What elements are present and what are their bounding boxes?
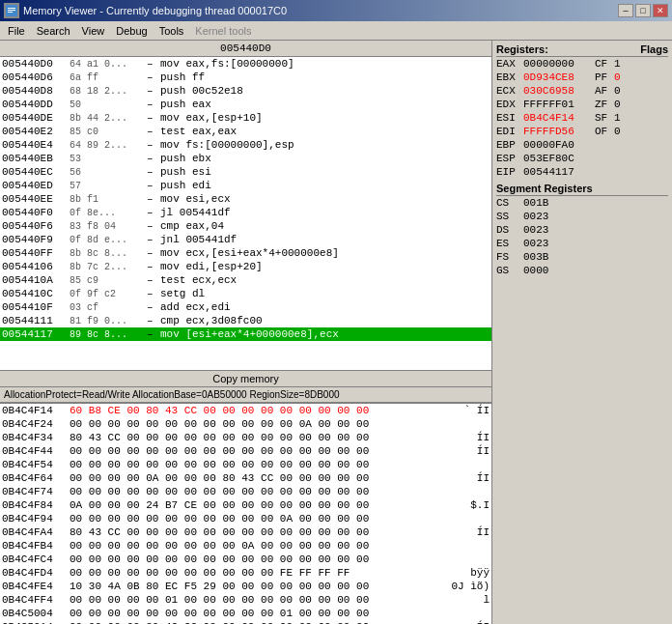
disasm-row[interactable]: 0054411789 8c 8... – mov [esi+eax*4+0000… <box>0 327 491 341</box>
disasm-row[interactable]: 005440EC56 – push esi <box>0 165 491 179</box>
mem-row[interactable]: 0B4C501400 00 00 00 80 43 CC 00 00 00 00… <box>0 620 491 624</box>
disasm-row[interactable]: 005440EB53 – push ebx <box>0 152 491 165</box>
seg-value: 0023 <box>523 238 548 249</box>
disasm-scroll[interactable]: 005440D064 a1 0... – mov eax,fs:[0000000… <box>0 57 491 370</box>
mem-row[interactable]: 0B4C4F1460 B8 CE 00 80 43 CC 00 00 00 00… <box>0 404 491 417</box>
reg-value[interactable]: 00544117 <box>523 166 591 178</box>
mem-bytes: 00 00 00 00 00 00 00 00 00 00 00 0A 00 0… <box>70 513 486 525</box>
disasm-bytes: 50 <box>70 99 147 110</box>
mem-row[interactable]: 0B4C4F6400 00 00 00 0A 00 00 00 80 43 CC… <box>0 471 491 485</box>
reg-value[interactable]: 00000000 <box>523 58 591 70</box>
register-row: EIP00544117 <box>496 165 668 179</box>
mem-ascii: bÿÿ <box>470 567 490 579</box>
mem-row[interactable]: 0B4C4F2400 00 00 00 00 00 00 00 00 00 00… <box>0 417 491 431</box>
reg-value[interactable]: FFFFFF01 <box>523 99 591 110</box>
reg-value[interactable]: 00000FA0 <box>523 139 591 151</box>
menu-file[interactable]: File <box>2 23 31 39</box>
reg-value[interactable]: 0D934CE8 <box>523 71 591 83</box>
disasm-row[interactable]: 005440ED57 – push edi <box>0 179 491 192</box>
mem-addr: 0B4C4F64 <box>2 472 70 484</box>
mem-row[interactable]: 0B4C4FB400 00 00 00 00 00 00 00 00 0A 00… <box>0 539 491 553</box>
reg-name: EDI <box>496 126 523 137</box>
close-button[interactable]: ✕ <box>653 4 668 17</box>
disasm-addr: 005440E2 <box>2 126 70 137</box>
flag-name: SF <box>595 112 614 124</box>
mem-bytes: 00 00 00 00 00 00 00 00 00 00 00 FE FF F… <box>70 567 466 579</box>
mem-addr: 0B4C4FE4 <box>2 581 70 592</box>
disasm-row[interactable]: 0054410F03 cf – add ecx,edi <box>0 300 491 314</box>
minimize-button[interactable]: – <box>618 4 633 17</box>
mem-row[interactable]: 0B4C4F3480 43 CC 00 00 00 00 00 00 00 00… <box>0 431 491 444</box>
menu-search[interactable]: Search <box>31 23 76 39</box>
flag-name: ZF <box>595 99 614 110</box>
disasm-row[interactable]: 005440F683 f8 04 – cmp eax,04 <box>0 219 491 233</box>
disasm-row[interactable]: 005440D868 18 2... – push 00c52e18 <box>0 84 491 98</box>
mem-row[interactable]: 0B4C4F5400 00 00 00 00 00 00 00 00 00 00… <box>0 458 491 471</box>
disasm-instr: mov fs:[00000000],esp <box>160 139 294 151</box>
disasm-row[interactable]: 0054410A85 c9 – test ecx,ecx <box>0 273 491 287</box>
disasm-addr: 00544111 <box>2 315 70 326</box>
mem-row[interactable]: 0B4C4FC400 00 00 00 00 00 00 00 00 00 00… <box>0 553 491 566</box>
flag-value: 0 <box>614 71 624 83</box>
memory-area[interactable]: 0B4C4F1460 B8 CE 00 80 43 CC 00 00 00 00… <box>0 402 491 624</box>
maximize-button[interactable]: □ <box>635 4 651 17</box>
mem-row[interactable]: 0B4C4FF400 00 00 00 00 01 00 00 00 00 00… <box>0 593 491 607</box>
disasm-row[interactable]: 005440E464 89 2... – mov fs:[00000000],e… <box>0 138 491 152</box>
disasm-row[interactable]: 005440DD50 – push eax <box>0 98 491 111</box>
window-controls: – □ ✕ <box>618 4 668 17</box>
disasm-row[interactable]: 005440FF8b 8c 8... – mov ecx,[esi+eax*4+… <box>0 246 491 260</box>
reg-name: ESI <box>496 112 523 124</box>
menu-debug[interactable]: Debug <box>110 23 153 39</box>
seg-value: 0023 <box>523 211 548 222</box>
mem-row[interactable]: 0B4C500400 00 00 00 00 00 00 00 00 00 00… <box>0 607 491 620</box>
disasm-instr: test ecx,ecx <box>160 274 237 286</box>
menu-tools[interactable]: Tools <box>154 23 190 39</box>
disasm-instr: mov esi,ecx <box>160 193 231 205</box>
seg-name: CS <box>496 197 523 209</box>
mem-row[interactable]: 0B4C4F7400 00 00 00 00 00 00 00 00 00 00… <box>0 485 491 498</box>
disasm-instr: jl 005441df <box>160 207 231 218</box>
disasm-row[interactable]: 005440EE8b f1 – mov esi,ecx <box>0 192 491 206</box>
register-row: ECX030C6958AF 0 <box>496 84 668 98</box>
mem-row[interactable]: 0B4C4FE410 30 4A 0B 80 EC F5 29 00 00 00… <box>0 580 491 593</box>
mem-row[interactable]: 0B4C4FD400 00 00 00 00 00 00 00 00 00 00… <box>0 566 491 580</box>
disasm-instr: push esi <box>160 166 211 178</box>
segment-row: ES0023 <box>496 237 668 250</box>
reg-value[interactable]: FFFFFD56 <box>523 126 591 137</box>
segment-header: Segment Registers <box>496 179 668 196</box>
disasm-addr: 005440EC <box>2 166 70 178</box>
disasm-instr: mov eax,fs:[00000000] <box>160 58 294 70</box>
mem-bytes: 00 00 00 00 00 00 00 00 00 00 00 00 00 0… <box>70 459 486 470</box>
reg-value[interactable]: 030C6958 <box>523 85 591 97</box>
menu-view[interactable]: View <box>76 23 111 39</box>
disasm-bytes: 0f 8e... <box>70 208 147 218</box>
reg-value[interactable]: 0B4C4F14 <box>523 112 591 124</box>
reg-name: EDX <box>496 99 523 110</box>
disasm-bytes: 68 18 2... <box>70 86 147 97</box>
disasm-dash: – <box>147 180 160 191</box>
disasm-row[interactable]: 005441068b 7c 2... – mov edi,[esp+20] <box>0 260 491 273</box>
disasm-row[interactable]: 005440D064 a1 0... – mov eax,fs:[0000000… <box>0 57 491 71</box>
segment-row: DS0023 <box>496 223 668 237</box>
disasm-row[interactable]: 005440F00f 8e... – jl 005441df <box>0 206 491 219</box>
seg-value: 001B <box>523 197 548 209</box>
disasm-row[interactable]: 005440E285 c0 – test eax,eax <box>0 125 491 138</box>
reg-name: EIP <box>496 166 523 178</box>
reg-value[interactable]: 053EF80C <box>523 153 591 164</box>
mem-addr: 0B4C4F24 <box>2 418 70 430</box>
disasm-instr: cmp ecx,3d08fc00 <box>160 315 263 326</box>
mem-row[interactable]: 0B4C4FA480 43 CC 00 00 00 00 00 00 00 00… <box>0 525 491 539</box>
address-bar[interactable]: 005440D0 <box>0 41 491 57</box>
disasm-row[interactable]: 005440D66a ff – push ff <box>0 71 491 84</box>
disasm-row[interactable]: 0054410C0f 9f c2 – setg dl <box>0 287 491 300</box>
disasm-row[interactable]: 005440DE8b 44 2... – mov eax,[esp+10] <box>0 111 491 125</box>
disasm-row[interactable]: 0054411181 f9 0... – cmp ecx,3d08fc00 <box>0 314 491 327</box>
mem-ascii: 0J ìõ) <box>451 581 490 592</box>
mem-row[interactable]: 0B4C4F4400 00 00 00 00 00 00 00 00 00 00… <box>0 444 491 458</box>
copy-memory-bar[interactable]: Copy memory <box>0 370 491 386</box>
mem-row[interactable]: 0B4C4F9400 00 00 00 00 00 00 00 00 00 00… <box>0 512 491 525</box>
disasm-instr: mov edi,[esp+20] <box>160 261 263 272</box>
disasm-area: 005440D064 a1 0... – mov eax,fs:[0000000… <box>0 57 491 370</box>
disasm-row[interactable]: 005440F90f 8d e... – jnl 005441df <box>0 233 491 246</box>
mem-row[interactable]: 0B4C4F840A 00 00 00 24 B7 CE 00 00 00 00… <box>0 498 491 512</box>
